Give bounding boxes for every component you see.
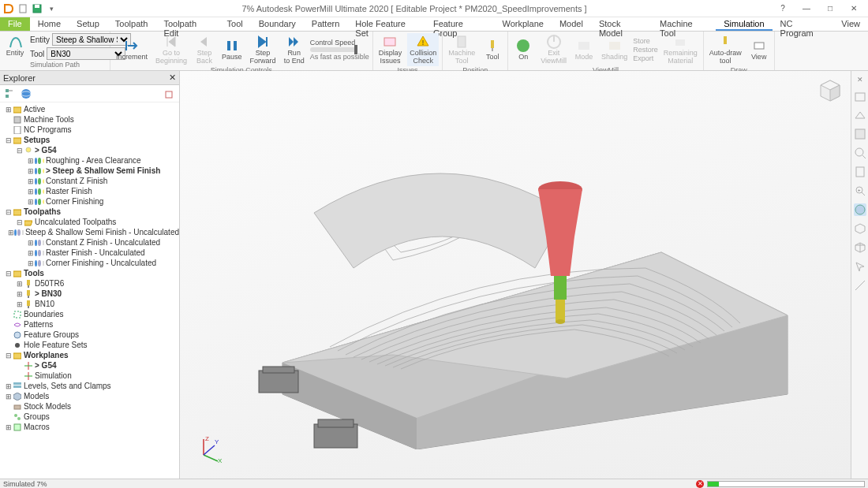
tree-node[interactable]: ⊞Steep & Shallow Semi Finish - Uncalcula… (0, 227, 179, 237)
tab-file[interactable]: File (0, 17, 30, 31)
speed-slider[interactable] (310, 47, 357, 52)
tab-boundary[interactable]: Boundary (251, 17, 304, 31)
tree-node[interactable]: ⊞Raster Finish - Uncalculated (0, 248, 179, 258)
tree-label[interactable]: D50TR6 (35, 279, 64, 288)
tree-node[interactable]: ⊟> G54 (0, 145, 179, 155)
tree-node[interactable]: ⊟Toolpaths (0, 207, 179, 217)
remaining-material-button[interactable]: Remaining Material (661, 33, 700, 66)
tree-node[interactable]: Stock Models (0, 401, 179, 412)
tree-label[interactable]: Steep & Shallow Semi Finish - Uncalculat… (25, 228, 179, 237)
tree-expander[interactable]: ⊞ (27, 157, 35, 165)
save-icon[interactable] (32, 3, 43, 14)
restore-button[interactable]: Restore (633, 46, 658, 54)
tree-label[interactable]: Tools (24, 269, 44, 278)
tab-machine-tool[interactable]: Machine Tool (652, 17, 716, 31)
tab-tool[interactable]: Tool (219, 17, 251, 31)
shading-button[interactable]: Shading (599, 37, 630, 62)
tree-label[interactable]: Machine Tools (24, 115, 74, 124)
rail-close-icon[interactable]: ✕ (857, 76, 863, 84)
tree-expander[interactable]: ⊞ (5, 106, 13, 114)
tree-label[interactable]: > G54 (35, 146, 57, 155)
sphere-icon[interactable] (854, 203, 866, 216)
tab-model[interactable]: Model (552, 17, 591, 31)
tab-toolpath-edit[interactable]: Toolpath Edit (155, 17, 219, 31)
tree-label[interactable]: NC Programs (24, 125, 72, 134)
tree-label[interactable]: Roughing - Area Clearance (46, 156, 141, 165)
tree-label[interactable]: > G54 (35, 361, 57, 370)
tree-node[interactable]: ⊞Constant Z Finish (0, 176, 179, 186)
minimize-button[interactable]: — (795, 2, 817, 16)
tree-node[interactable]: NC Programs (0, 125, 179, 135)
tree-expander[interactable]: ⊞ (8, 229, 14, 237)
tree-node[interactable]: ⊞Active (0, 104, 179, 114)
tab-feature-group[interactable]: Feature Group (425, 17, 495, 31)
zoom-fit-icon[interactable]: + (854, 184, 866, 197)
cursor-icon[interactable] (854, 260, 866, 273)
tree-label[interactable]: Active (24, 105, 45, 114)
globe-icon[interactable] (21, 88, 32, 99)
cube-icon[interactable] (854, 241, 866, 254)
zoom-icon[interactable] (854, 147, 866, 159)
tree-icon[interactable] (5, 88, 16, 99)
tree-label[interactable]: Boundaries (24, 310, 64, 319)
tree-node[interactable]: ⊟Uncalculated Toolpaths (0, 217, 179, 227)
tab-view[interactable]: View (833, 17, 868, 31)
tree-label[interactable]: Uncalculated Toolpaths (35, 218, 116, 226)
tree-expander[interactable]: ⊞ (5, 423, 13, 431)
tab-simulation[interactable]: Simulation (716, 17, 772, 31)
tree-label[interactable]: Raster Finish (46, 187, 92, 196)
tree-label[interactable]: Stock Models (24, 402, 71, 411)
tree-node[interactable]: ⊞Models (0, 391, 179, 401)
delete-icon[interactable] (163, 88, 174, 99)
tab-hole-feature-set[interactable]: Hole Feature Set (347, 17, 425, 31)
tree-expander[interactable]: ⊞ (27, 188, 35, 196)
goto-beginning-button[interactable]: Go to Beginning (153, 33, 189, 66)
entity-button[interactable]: Entity (3, 33, 27, 58)
tree-expander[interactable]: ⊞ (5, 393, 13, 400)
tab-toolpath[interactable]: Toolpath (107, 17, 156, 31)
tree-label[interactable]: Patterns (24, 320, 53, 329)
exit-viewmill-button[interactable]: Exit ViewMill (538, 33, 569, 66)
tree-label[interactable]: Corner Finishing (46, 197, 103, 206)
block-icon[interactable] (854, 90, 866, 102)
viewport-3d[interactable]: Z X Y (180, 71, 851, 479)
tree-expander[interactable]: ⊟ (5, 208, 13, 216)
tree-node[interactable]: > G54 (0, 360, 179, 371)
tree-node[interactable]: Boundaries (0, 309, 179, 319)
tree-node[interactable]: ⊞BN10 (0, 299, 179, 309)
tab-workplane[interactable]: Workplane (495, 17, 552, 31)
tree-label[interactable]: Levels, Sets and Clamps (24, 382, 111, 390)
tree-expander[interactable]: ⊞ (27, 249, 35, 257)
stop-icon[interactable]: ✕ (696, 480, 704, 488)
view-cube[interactable] (816, 77, 844, 106)
increment-button[interactable]: Increment (114, 37, 150, 62)
tree-node[interactable]: ⊞> BN30 (0, 289, 179, 299)
tab-nc-program[interactable]: NC Program (773, 17, 834, 31)
tab-pattern[interactable]: Pattern (304, 17, 347, 31)
close-button[interactable]: ✕ (843, 2, 865, 16)
tree-node[interactable]: ⊞D50TR6 (0, 278, 179, 289)
tree-label[interactable]: Groups (24, 412, 50, 421)
tree-expander[interactable]: ⊟ (16, 218, 24, 226)
tree-expander[interactable]: ⊞ (27, 177, 35, 185)
tree-expander[interactable]: ⊞ (5, 382, 13, 390)
tab-stock-model[interactable]: Stock Model (591, 17, 652, 31)
autodraw-tool-button[interactable]: Auto-draw tool (707, 33, 744, 66)
tree-label[interactable]: Workplanes (24, 351, 69, 359)
tree-label[interactable]: Corner Finishing - Uncalculated (46, 259, 156, 267)
tree-node[interactable]: ⊟Setups (0, 135, 179, 145)
tree-label[interactable]: Hole Feature Sets (24, 341, 88, 349)
viewmill-on-button[interactable]: On (511, 37, 535, 62)
machine-tool-button[interactable]: Machine Tool (446, 33, 477, 66)
tree-expander[interactable]: ⊟ (5, 352, 13, 359)
maximize-button[interactable]: □ (819, 2, 841, 16)
tree-label[interactable]: Setups (24, 136, 50, 144)
run-to-end-button[interactable]: Run to End (282, 33, 307, 66)
tree-label[interactable]: BN10 (35, 300, 54, 308)
dropdown-icon[interactable]: ▾ (46, 3, 57, 14)
help-icon[interactable]: ? (772, 2, 794, 16)
collision-check-button[interactable]: !Collision Check (407, 33, 439, 66)
tree-label[interactable]: > BN30 (35, 289, 62, 298)
tree-node[interactable]: Simulation (0, 371, 179, 381)
tree-label[interactable]: Simulation (35, 371, 72, 380)
